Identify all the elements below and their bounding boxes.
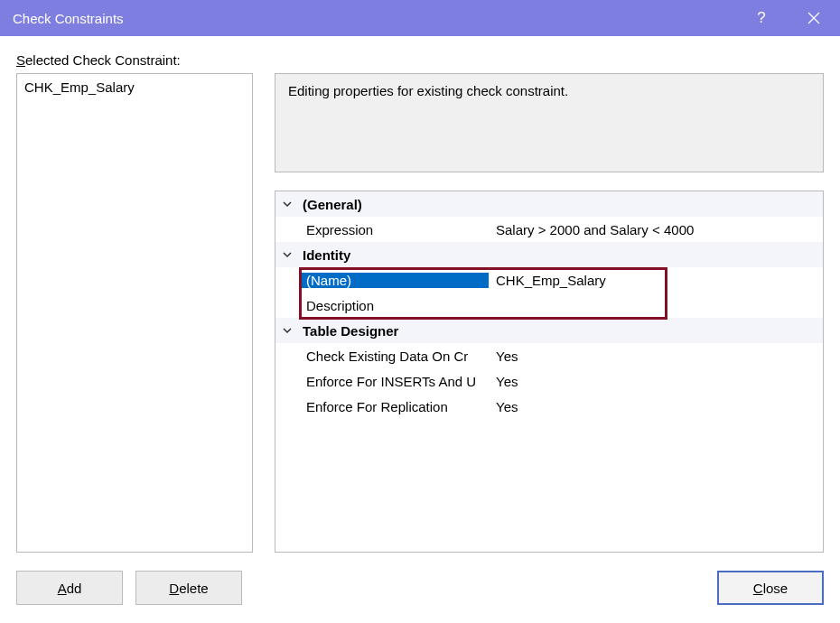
property-row[interactable]: Enforce For INSERTs And UYes [275,368,823,394]
property-value[interactable]: Salary > 2000 and Salary < 4000 [489,222,823,237]
close-window-button[interactable] [788,0,840,36]
titlebar: Check Constraints ? [0,0,840,36]
help-button[interactable]: ? [735,0,788,36]
property-category[interactable]: Identity [275,242,823,267]
category-label: Table Designer [299,323,489,339]
close-icon [807,12,820,24]
property-label: Description [299,298,489,313]
category-label: Identity [299,247,489,263]
property-label: Enforce For Replication [299,399,489,414]
chevron-down-icon [275,250,299,259]
list-item[interactable]: CHK_Emp_Salary [24,78,245,97]
property-label: (Name) [299,273,489,288]
property-label: Enforce For INSERTs And U [299,374,489,389]
delete-button[interactable]: Delete [135,571,242,605]
property-row[interactable]: ExpressionSalary > 2000 and Salary < 400… [275,217,823,242]
chevron-down-icon [275,200,299,209]
close-button[interactable]: Close [717,571,824,605]
property-category[interactable]: Table Designer [275,318,823,343]
property-row[interactable]: Check Existing Data On CrYes [275,343,823,368]
constraint-listbox[interactable]: CHK_Emp_Salary [16,73,253,553]
property-grid[interactable]: (General)ExpressionSalary > 2000 and Sal… [275,191,824,553]
property-label: Check Existing Data On Cr [299,349,489,364]
description-panel: Editing properties for existing check co… [275,73,824,172]
help-icon: ? [757,9,765,27]
property-value[interactable]: Yes [489,349,823,364]
description-text: Editing properties for existing check co… [288,83,568,98]
property-value[interactable]: Yes [489,399,823,414]
dialog-content: Selected Check Constraint: CHK_Emp_Salar… [0,36,840,623]
property-value[interactable]: Yes [489,374,823,389]
property-value[interactable]: CHK_Emp_Salary [489,273,823,288]
property-row[interactable]: Description [275,293,823,318]
property-row[interactable]: (Name)CHK_Emp_Salary [275,267,823,293]
property-row[interactable]: Enforce For ReplicationYes [275,394,823,419]
window-title: Check Constraints [13,11,735,26]
category-label: (General) [299,197,489,212]
selected-constraint-label: Selected Check Constraint: [16,52,824,68]
property-category[interactable]: (General) [275,191,823,217]
add-button[interactable]: Add [16,571,123,605]
property-label: Expression [299,222,489,237]
chevron-down-icon [275,326,299,335]
